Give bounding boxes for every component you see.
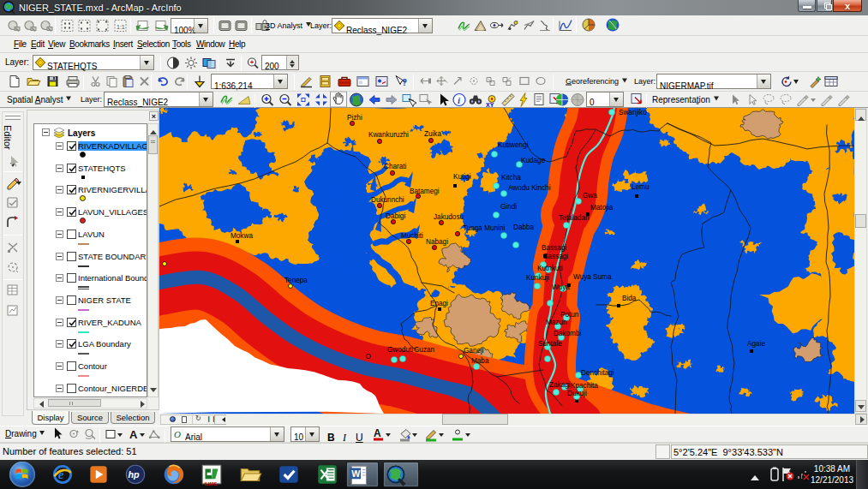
svg-text:Mokwa: Mokwa — [230, 232, 253, 240]
svg-text:Kitcha: Kitcha — [501, 174, 521, 182]
svg-text:Bida: Bida — [622, 295, 637, 302]
svg-text:Lemu: Lemu — [632, 183, 650, 191]
svg-text:Jakudosu: Jakudosu — [434, 213, 464, 221]
svg-text:Potun: Potun — [560, 311, 579, 319]
svg-text:Denchitagi: Denchitagi — [581, 369, 614, 377]
svg-text:Zuika: Zuika — [424, 130, 441, 138]
svg-text:A: A — [374, 427, 381, 439]
svg-text:Bassagi: Bassagi — [543, 253, 568, 260]
svg-text:Kutigi: Kutigi — [453, 173, 471, 181]
svg-text:Awodu Kinchi: Awodu Kinchi — [508, 184, 551, 192]
svg-text:Muchiti: Muchiti — [401, 232, 423, 240]
svg-text:XY: XY — [486, 102, 494, 108]
svg-text:A: A — [129, 428, 138, 441]
svg-text:Nabagi: Nabagi — [426, 238, 448, 246]
svg-text:W: W — [351, 468, 361, 479]
svg-text:Gwa: Gwa — [583, 192, 597, 200]
svg-text:Batamegi: Batamegi — [410, 188, 440, 195]
svg-text:Gwoduti: Gwoduti — [387, 346, 413, 354]
svg-text:Charati: Charati — [384, 163, 407, 170]
svg-text:Kutiwengi: Kutiwengi — [498, 141, 529, 149]
svg-text:Tetaladan: Tetaladan — [559, 214, 590, 222]
svg-text:?: ? — [402, 78, 407, 87]
svg-text:Agaie: Agaie — [747, 340, 765, 348]
svg-text:Mazun: Mazun — [546, 319, 567, 326]
svg-text:Gindi: Gindi — [500, 203, 517, 211]
svg-text:Suntale: Suntale — [538, 340, 562, 348]
svg-text:ILWIS: ILWIS — [204, 481, 217, 486]
svg-text:Tunga Munini: Tunga Munini — [463, 224, 505, 232]
svg-text:Swarijiko: Swarijiko — [619, 109, 647, 116]
svg-text:e: e — [58, 468, 64, 481]
svg-text:Dabigi: Dabigi — [386, 212, 405, 220]
svg-text:Dukuji: Dukuji — [567, 390, 587, 397]
svg-text:Kutnkuti: Kutnkuti — [537, 265, 563, 272]
svg-text:Guzan: Guzan — [414, 346, 435, 354]
svg-text:Kwankuruzhi: Kwankuruzhi — [368, 131, 409, 139]
svg-text:Enagi: Enagi — [430, 300, 448, 307]
svg-text:Wuya Suma: Wuya Suma — [573, 273, 612, 281]
svg-text:Wuya: Wuya — [552, 283, 570, 291]
svg-text:Maba: Maba — [471, 357, 489, 365]
svg-text:Bassagi: Bassagi — [542, 244, 566, 252]
svg-text:Ganeji: Ganeji — [464, 347, 484, 355]
svg-text:Tenepa: Tenepa — [284, 277, 308, 284]
svg-text:Kunkuji: Kunkuji — [526, 274, 549, 282]
svg-text:Dabba: Dabba — [513, 224, 535, 231]
svg-text:O: O — [174, 429, 181, 439]
svg-text:Zakagi: Zakagi — [549, 381, 571, 389]
svg-text:1:1: 1:1 — [117, 23, 125, 29]
svg-text:hp: hp — [128, 469, 140, 480]
svg-text:Kpachita: Kpachita — [571, 382, 598, 390]
svg-text:Matojia: Matojia — [590, 204, 614, 212]
svg-text:Kudage: Kudage — [521, 157, 546, 164]
svg-text:Dakombi: Dakombi — [554, 330, 581, 337]
svg-text:Pizhi: Pizhi — [347, 114, 362, 122]
svg-text:Dukunnchi: Dukunnchi — [371, 196, 404, 204]
